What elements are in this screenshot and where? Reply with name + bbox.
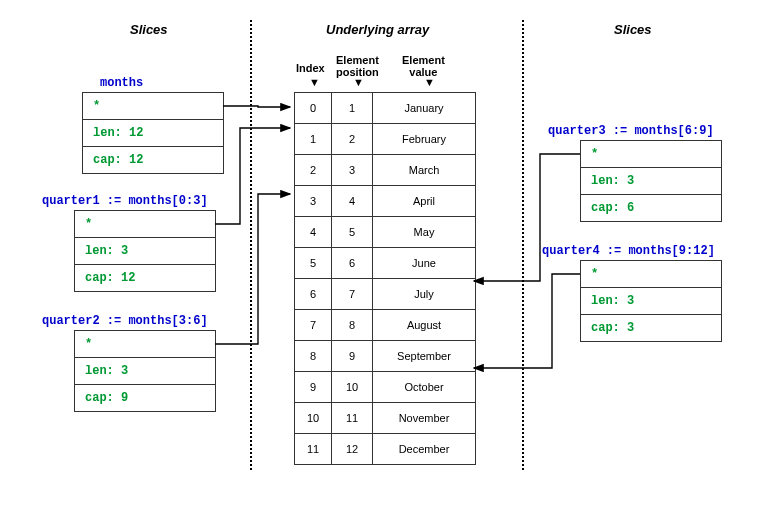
cell-position: 8 [332,310,373,341]
cell-index: 7 [295,310,332,341]
slice-cap: cap: 3 [581,315,721,341]
cell-position: 12 [332,434,373,465]
cell-value: April [373,186,476,217]
table-row: 1112December [295,434,476,465]
slice-cap: cap: 9 [75,385,215,411]
slice-pointer: * [75,331,215,358]
slice-box-quarter4: * len: 3 cap: 3 [580,260,722,342]
slice-cap: cap: 12 [75,265,215,291]
cell-index: 8 [295,341,332,372]
cell-value: March [373,155,476,186]
slice-box-quarter1: * len: 3 cap: 12 [74,210,216,292]
table-row: 56June [295,248,476,279]
slice-label-quarter4: quarter4 := months[9:12] [542,244,715,258]
cell-index: 11 [295,434,332,465]
slice-pointer: * [75,211,215,238]
table-row: 67July [295,279,476,310]
slice-pointer: * [581,261,721,288]
slice-pointer: * [83,93,223,120]
slice-len: len: 3 [75,358,215,385]
cell-value: November [373,403,476,434]
table-row: 34April [295,186,476,217]
cell-position: 10 [332,372,373,403]
cell-position: 11 [332,403,373,434]
divider-left [250,20,252,470]
cell-position: 9 [332,341,373,372]
arrow-down-icon: ▼ [424,76,435,88]
cell-index: 0 [295,93,332,124]
cell-value: December [373,434,476,465]
slice-len: len: 3 [75,238,215,265]
col-header-position: Element position [336,54,379,78]
cell-index: 3 [295,186,332,217]
cell-value: May [373,217,476,248]
divider-right [522,20,524,470]
slice-len: len: 12 [83,120,223,147]
table-row: 23March [295,155,476,186]
cell-value: July [373,279,476,310]
cell-value: September [373,341,476,372]
cell-index: 1 [295,124,332,155]
slice-cap: cap: 6 [581,195,721,221]
cell-value: October [373,372,476,403]
cell-value: January [373,93,476,124]
cell-position: 2 [332,124,373,155]
cell-value: August [373,310,476,341]
cell-index: 5 [295,248,332,279]
cell-index: 2 [295,155,332,186]
cell-value: February [373,124,476,155]
table-row: 45May [295,217,476,248]
cell-index: 4 [295,217,332,248]
slice-label-quarter1: quarter1 := months[0:3] [42,194,208,208]
col-header-value: Element value [402,54,445,78]
table-row: 910October [295,372,476,403]
arrow-down-icon: ▼ [353,76,364,88]
slice-len: len: 3 [581,288,721,315]
cell-index: 9 [295,372,332,403]
cell-position: 5 [332,217,373,248]
table-row: 1011November [295,403,476,434]
col-header-index: Index [296,62,325,74]
title-slices-right: Slices [614,22,652,37]
slice-label-quarter3: quarter3 := months[6:9] [548,124,714,138]
slice-label-months: months [100,76,143,90]
slice-box-months: * len: 12 cap: 12 [82,92,224,174]
title-slices-left: Slices [130,22,168,37]
slice-len: len: 3 [581,168,721,195]
cell-index: 6 [295,279,332,310]
cell-value: June [373,248,476,279]
slice-label-quarter2: quarter2 := months[3:6] [42,314,208,328]
table-row: 78August [295,310,476,341]
cell-position: 7 [332,279,373,310]
arrow-down-icon: ▼ [309,76,320,88]
slice-cap: cap: 12 [83,147,223,173]
title-underlying-array: Underlying array [326,22,429,37]
slice-pointer: * [581,141,721,168]
cell-position: 4 [332,186,373,217]
slice-box-quarter3: * len: 3 cap: 6 [580,140,722,222]
slice-box-quarter2: * len: 3 cap: 9 [74,330,216,412]
cell-position: 1 [332,93,373,124]
table-row: 89September [295,341,476,372]
cell-position: 3 [332,155,373,186]
table-row: 01January [295,93,476,124]
cell-index: 10 [295,403,332,434]
cell-position: 6 [332,248,373,279]
table-row: 12February [295,124,476,155]
underlying-array-table: 01January12February23March34April45May56… [294,92,476,465]
